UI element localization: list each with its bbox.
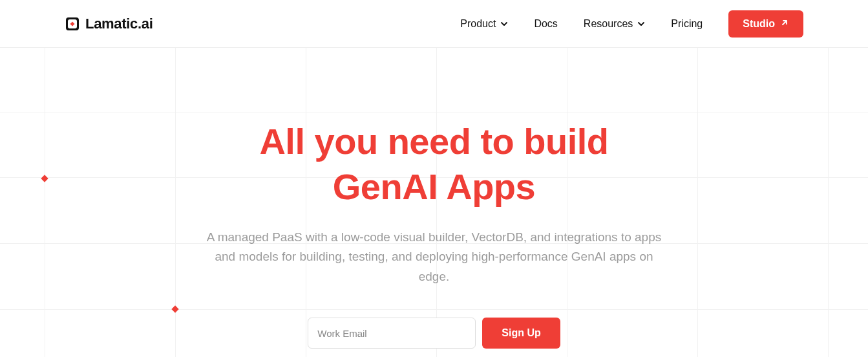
signup-form: Sign Up — [0, 318, 868, 349]
nav-pricing-label: Pricing — [671, 18, 703, 30]
arrow-up-right-icon — [780, 18, 789, 30]
hero-section: All you need to build GenAI Apps A manag… — [0, 48, 868, 349]
sign-up-button[interactable]: Sign Up — [482, 318, 560, 349]
hero-subtitle: A managed PaaS with a low-code visual bu… — [202, 228, 667, 287]
svg-rect-0 — [70, 21, 74, 26]
chevron-down-icon — [637, 20, 645, 28]
nav-docs[interactable]: Docs — [534, 18, 557, 30]
nav-product[interactable]: Product — [460, 18, 508, 30]
hero-title-line1: All you need to build — [259, 121, 608, 162]
main-nav: Product Docs Resources Pricing Studio — [460, 10, 803, 38]
nav-resources-label: Resources — [584, 18, 633, 30]
work-email-input[interactable] — [308, 318, 476, 349]
brand-name: Lamatic.ai — [85, 16, 153, 32]
logo-icon — [65, 16, 80, 32]
nav-pricing[interactable]: Pricing — [671, 18, 703, 30]
studio-button[interactable]: Studio — [728, 10, 803, 38]
nav-resources[interactable]: Resources — [584, 18, 645, 30]
nav-product-label: Product — [460, 18, 496, 30]
brand-logo[interactable]: Lamatic.ai — [65, 16, 153, 32]
hero-title: All you need to build GenAI Apps — [0, 119, 868, 210]
site-header: Lamatic.ai Product Docs Resources Pricin… — [0, 0, 868, 48]
studio-button-label: Studio — [743, 18, 775, 30]
chevron-down-icon — [500, 20, 508, 28]
hero-title-line2: GenAI Apps — [333, 166, 535, 207]
nav-docs-label: Docs — [534, 18, 557, 30]
